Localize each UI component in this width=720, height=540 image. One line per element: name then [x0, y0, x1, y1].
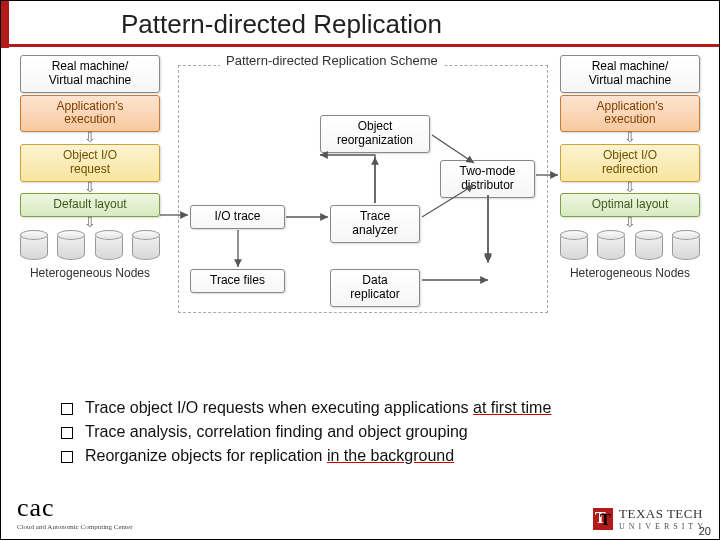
left-io-box: Object I/Orequest: [20, 144, 160, 182]
arrow-down-icon: ⇩: [560, 133, 700, 143]
trace-analyzer-box: Traceanalyzer: [330, 205, 420, 243]
bullet-emphasis: at first time: [473, 399, 551, 416]
arrow-down-icon: ⇩: [20, 183, 160, 193]
left-vm-box: Real machine/Virtual machine: [20, 55, 160, 93]
right-io-box: Object I/Oredirection: [560, 144, 700, 182]
object-reorg-box: Objectreorganization: [320, 115, 430, 153]
diagram: Pattern-directed Replication Scheme Real…: [20, 55, 700, 385]
right-app-box: Application'sexecution: [560, 95, 700, 133]
ttu-name: TEXAS TECH: [619, 506, 707, 522]
bullet-item: Trace object I/O requests when executing…: [61, 399, 679, 417]
cac-subtext: Cloud and Autonomic Computing Center: [17, 523, 133, 531]
cac-logo: cac Cloud and Autonomic Computing Center: [17, 493, 133, 531]
right-nodes: [560, 232, 700, 260]
bullet-text: Trace analysis, correlation finding and …: [85, 423, 468, 440]
ttu-mark-icon: [593, 508, 613, 530]
cylinder-icon: [20, 232, 48, 260]
bullet-icon: [61, 427, 73, 439]
cylinder-icon: [597, 232, 625, 260]
right-nodes-label: Heterogeneous Nodes: [560, 266, 700, 280]
arrow-down-icon: ⇩: [20, 133, 160, 143]
left-nodes-label: Heterogeneous Nodes: [20, 266, 160, 280]
bullet-text: Reorganize objects for replication: [85, 447, 327, 464]
cylinder-icon: [560, 232, 588, 260]
cylinder-icon: [57, 232, 85, 260]
cylinder-icon: [132, 232, 160, 260]
cylinder-icon: [95, 232, 123, 260]
bullet-item: Reorganize objects for replication in th…: [61, 447, 679, 465]
data-replicator-box: Datareplicator: [330, 269, 420, 307]
bullet-item: Trace analysis, correlation finding and …: [61, 423, 679, 441]
trace-files-box: Trace files: [190, 269, 285, 293]
io-trace-box: I/O trace: [190, 205, 285, 229]
slide-title: Pattern-directed Replication: [121, 9, 699, 40]
arrow-down-icon: ⇩: [560, 218, 700, 228]
cylinder-icon: [672, 232, 700, 260]
scheme-label: Pattern-directed Replication Scheme: [220, 53, 444, 68]
left-app-box: Application'sexecution: [20, 95, 160, 133]
right-vm-box: Real machine/Virtual machine: [560, 55, 700, 93]
bullet-list: Trace object I/O requests when executing…: [61, 399, 679, 465]
distributor-box: Two-modedistributor: [440, 160, 535, 198]
bullet-text: Trace object I/O requests when executing…: [85, 399, 473, 416]
title-bar: Pattern-directed Replication: [1, 1, 719, 47]
ttu-sub: UNIVERSITY: [619, 522, 707, 531]
footer: cac Cloud and Autonomic Computing Center…: [17, 493, 707, 531]
arrow-down-icon: ⇩: [560, 183, 700, 193]
bullet-emphasis: in the background: [327, 447, 454, 464]
bullet-icon: [61, 403, 73, 415]
left-nodes: [20, 232, 160, 260]
cylinder-icon: [635, 232, 663, 260]
ttu-logo: TEXAS TECH UNIVERSITY: [593, 506, 707, 531]
bullet-icon: [61, 451, 73, 463]
right-column: Real machine/Virtual machine Application…: [560, 55, 700, 280]
page-number: 20: [699, 525, 711, 537]
accent-bar: [1, 1, 9, 48]
left-column: Real machine/Virtual machine Application…: [20, 55, 160, 280]
arrow-down-icon: ⇩: [20, 218, 160, 228]
